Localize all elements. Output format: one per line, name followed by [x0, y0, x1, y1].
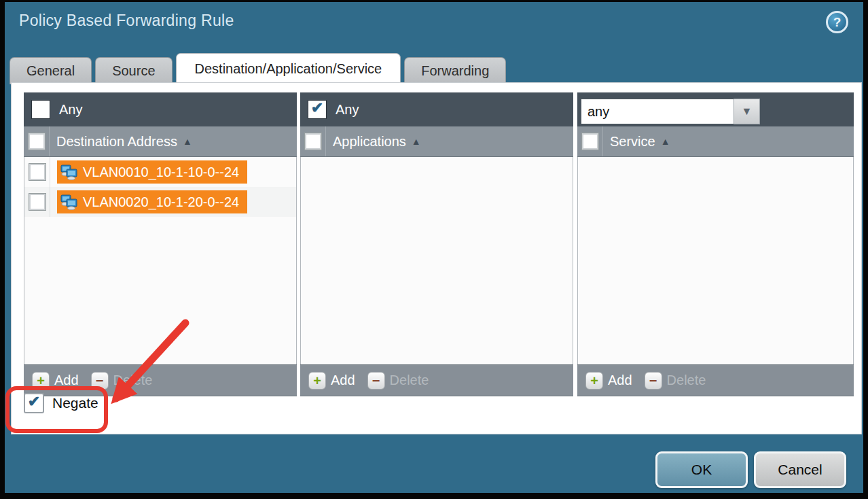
sort-ascending-icon[interactable]: ▲ — [183, 136, 192, 147]
destination-any-bar: Any — [24, 92, 297, 126]
destination-any-label: Any — [59, 102, 82, 118]
address-object-icon — [60, 164, 78, 180]
minus-icon: − — [649, 374, 657, 388]
service-dropdown-value[interactable]: any — [581, 99, 734, 124]
delete-button[interactable]: − Delete — [91, 372, 153, 390]
tab-destination-application-service[interactable]: Destination/Application/Service — [176, 53, 401, 84]
dialog-title: Policy Based Forwarding Rule — [19, 12, 234, 30]
service-select-all-checkbox[interactable] — [582, 133, 598, 150]
row-checkbox[interactable] — [29, 194, 46, 210]
applications-any-checkbox[interactable]: ✔ — [308, 100, 327, 119]
add-button[interactable]: + Add — [308, 372, 355, 390]
applications-list — [300, 157, 573, 364]
tab-forwarding[interactable]: Forwarding — [404, 57, 506, 84]
sort-ascending-icon[interactable]: ▲ — [661, 136, 670, 147]
address-label: VLAN0010_10-1-10-0--24 — [83, 165, 239, 180]
minus-icon: − — [372, 374, 380, 388]
plus-icon: + — [37, 374, 45, 388]
negate-label: Negate — [52, 395, 98, 411]
row-checkbox[interactable] — [29, 164, 46, 180]
minus-icon: − — [96, 374, 104, 388]
applications-header-row: Applications ▲ — [300, 126, 573, 157]
destination-any-checkbox[interactable] — [31, 100, 50, 119]
service-column: any ▼ Service ▲ + Add — [577, 92, 854, 396]
add-button[interactable]: + Add — [585, 372, 632, 390]
plus-icon: + — [313, 374, 321, 388]
applications-column-header[interactable]: Applications — [333, 134, 406, 150]
tab-bar: General Source Destination/Application/S… — [10, 54, 506, 84]
sort-ascending-icon[interactable]: ▲ — [412, 136, 421, 147]
address-object-icon — [60, 194, 78, 210]
applications-select-all-checkbox[interactable] — [305, 133, 321, 150]
address-label: VLAN0020_10-1-20-0--24 — [83, 194, 239, 210]
tab-general[interactable]: General — [10, 57, 92, 84]
destination-header-row: Destination Address ▲ — [24, 126, 297, 157]
applications-any-label: Any — [336, 102, 359, 118]
checkmark-icon: ✔ — [28, 394, 40, 409]
checkmark-icon: ✔ — [311, 101, 323, 116]
applications-column: ✔ Any Applications ▲ + Add — [300, 92, 573, 396]
negate-row: ✔ Negate — [24, 393, 98, 413]
service-actions-bar: + Add − Delete — [577, 364, 854, 396]
service-column-header[interactable]: Service — [610, 134, 655, 150]
service-header-row: Service ▲ — [577, 126, 854, 157]
table-row[interactable]: VLAN0020_10-1-20-0--24 — [24, 187, 296, 217]
add-button[interactable]: + Add — [32, 372, 79, 390]
dropdown-arrow-icon[interactable]: ▼ — [734, 99, 760, 124]
address-chip[interactable]: VLAN0010_10-1-10-0--24 — [57, 160, 247, 184]
service-dropdown[interactable]: any ▼ — [581, 99, 760, 124]
delete-button[interactable]: − Delete — [645, 372, 706, 390]
service-dropdown-bar: any ▼ — [577, 92, 854, 126]
tab-content-panel: Any Destination Address ▲ — [11, 82, 862, 434]
destination-column-header[interactable]: Destination Address — [56, 134, 177, 150]
destination-select-all-checkbox[interactable] — [29, 133, 45, 150]
destination-list: VLAN0010_10-1-10-0--24 — [24, 157, 297, 364]
plus-icon: + — [590, 374, 598, 388]
service-list — [577, 157, 854, 364]
applications-actions-bar: + Add − Delete — [300, 364, 573, 396]
cancel-button[interactable]: Cancel — [754, 451, 846, 488]
screen-background: Policy Based Forwarding Rule ? General S… — [0, 0, 868, 499]
policy-based-forwarding-dialog: Policy Based Forwarding Rule ? General S… — [5, 2, 863, 493]
delete-button[interactable]: − Delete — [367, 372, 429, 390]
help-icon[interactable]: ? — [826, 11, 848, 33]
destination-column: Any Destination Address ▲ — [24, 92, 297, 396]
destination-actions-bar: + Add − Delete — [24, 364, 297, 396]
tab-source[interactable]: Source — [95, 57, 172, 84]
table-row[interactable]: VLAN0010_10-1-10-0--24 — [24, 157, 296, 187]
ok-button[interactable]: OK — [655, 451, 748, 488]
address-chip[interactable]: VLAN0020_10-1-20-0--24 — [57, 190, 247, 213]
applications-any-bar: ✔ Any — [300, 92, 573, 126]
negate-checkbox[interactable]: ✔ — [24, 393, 44, 413]
